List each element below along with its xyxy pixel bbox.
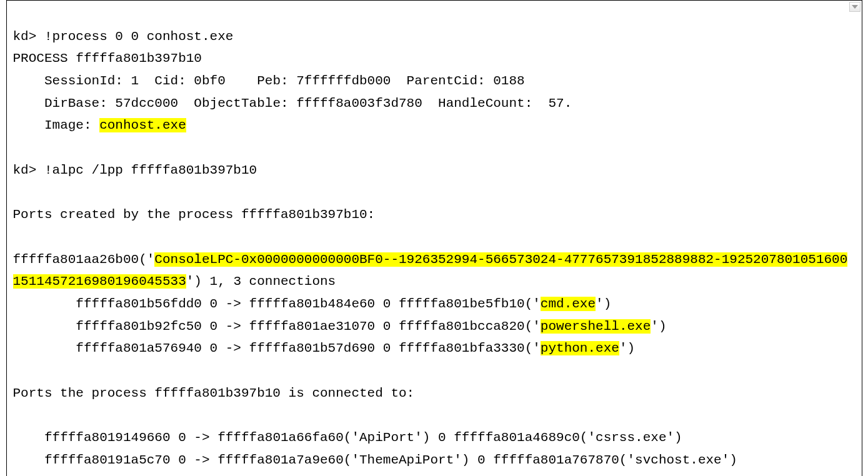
process-header: PROCESS fffffa801b397b10 <box>13 51 202 66</box>
connection-line: fffffa801b56fdd0 0 -> fffffa801b484e60 0… <box>13 297 541 311</box>
connected-port-line: fffffa80191a5c70 0 -> fffffa801a7a9e60('… <box>13 453 737 467</box>
kd-prompt: kd> <box>13 29 44 44</box>
ports-created-header: Ports created by the process fffffa801b3… <box>13 207 376 222</box>
image-label: Image: <box>13 118 100 132</box>
connection-process-highlight: python.exe <box>541 341 619 355</box>
ports-connected-header: Ports the process fffffa801b397b10 is co… <box>13 386 415 400</box>
connection-line: fffffa801a576940 0 -> fffffa801b57d690 0… <box>13 341 541 355</box>
kd-prompt: kd> <box>13 163 44 177</box>
command-text: !process 0 0 conhost.exe <box>44 29 233 44</box>
connection-line: fffffa801b92fc50 0 -> fffffa801ae31070 0… <box>13 319 541 334</box>
connected-port-line: fffffa8019149660 0 -> fffffa801a66fa60('… <box>13 430 682 445</box>
connection-suffix: ') <box>651 319 666 334</box>
port-suffix: ') 1, 3 connections <box>186 274 336 289</box>
port-name-highlight-tail: 3 <box>178 274 186 289</box>
port-address: fffffa801aa26b00(' <box>13 252 155 267</box>
connection-suffix: ') <box>619 341 635 355</box>
connection-process-highlight: cmd.exe <box>541 297 596 311</box>
connection-suffix: ') <box>596 297 611 311</box>
debugger-output: kd> !process 0 0 conhost.exe PROCESS fff… <box>6 0 862 476</box>
command-text: !alpc /lpp fffffa801b397b10 <box>44 163 257 177</box>
svg-marker-0 <box>852 5 858 9</box>
chevron-down-icon[interactable] <box>849 2 861 12</box>
connection-process-highlight: powershell.exe <box>541 319 651 334</box>
image-name-highlight: conhost.exe <box>99 118 186 132</box>
dirbase-info: DirBase: 57dcc000 ObjectTable: fffff8a00… <box>13 96 572 111</box>
session-info: SessionId: 1 Cid: 0bf0 Peb: 7ffffffdb000… <box>13 74 525 88</box>
